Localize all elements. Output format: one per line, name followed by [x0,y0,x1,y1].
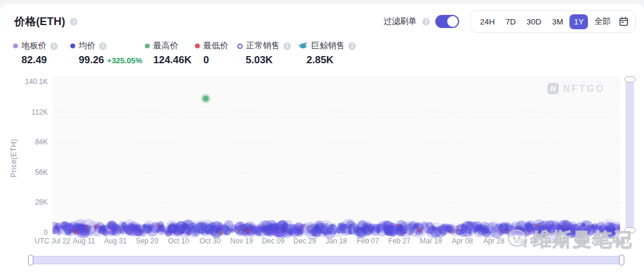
x-tick: Oct 10 [168,237,189,245]
vslider-bottom-handle[interactable] [624,227,636,233]
stat-label: 最低价 [203,41,228,51]
title-info-icon[interactable]: i [70,18,78,26]
legend-dot-icon [195,44,200,48]
chart-header: 价格(ETH) i 过滤刷单 i 24H7D30D3M1Y全部 [14,11,636,32]
legend-dot-icon [70,44,75,48]
vertical-range-slider[interactable] [626,79,634,231]
x-tick: Apr 08 [452,237,473,245]
y-tick: 0 [1,228,48,237]
stat-label: 最高价 [153,41,178,51]
toggle-knob [447,16,458,27]
x-tick: Oct 30 [200,237,221,245]
price-scatter-plot[interactable] [52,76,620,241]
stat-label: 正常销售 [246,41,280,51]
hslider-left-handle[interactable] [28,255,33,265]
legend-dot-icon [145,44,150,48]
legend-ring-icon [237,44,243,49]
stat-item-1: 均价i99.26+325.05% [70,41,142,66]
stat-value: 82.49 [21,54,47,66]
calendar-button[interactable] [617,16,630,27]
x-tick: Jul 17 [611,237,630,245]
stat-item-5: 巨鲸销售i2.85K [298,41,356,66]
stat-value: 124.46K [153,54,191,66]
y-tick: 140.1K [1,78,48,86]
y-tick: 56K [1,168,48,177]
page-title: 价格(ETH) [14,14,65,29]
filter-washtrade-toggle[interactable] [435,15,459,28]
stat-value: 0 [203,54,209,66]
stat-item-3: 最低价0 [195,41,228,66]
range-button-7D[interactable]: 7D [501,14,520,29]
x-tick: Dec 29 [293,237,316,245]
y-tick: 112K [1,108,48,116]
filter-washtrade-label: 过滤刷单 [383,16,417,27]
stat-delta: +325.05% [107,56,143,65]
stat-item-0: 地板价i82.49 [13,41,58,66]
stat-label: 巨鲸销售 [311,41,345,51]
range-button-3M[interactable]: 3M [548,14,568,29]
stat-info-icon[interactable]: i [283,42,291,50]
stat-item-4: 正常销售i5.03K [237,41,291,66]
x-tick: Jun 07 [546,237,568,245]
stat-value: 2.85K [306,54,333,66]
x-tick: Feb 07 [357,237,379,245]
filter-info-icon[interactable]: i [422,18,430,26]
stat-label: 地板价 [21,41,47,51]
range-button-24H[interactable]: 24H [476,14,499,29]
nftgo-logo-icon: N [547,83,559,94]
x-tick: Apr 28 [484,237,504,245]
range-button-1Y[interactable]: 1Y [569,14,588,29]
hslider-right-handle[interactable] [619,255,624,265]
x-tick: Jan 18 [326,237,347,245]
stats-row: 地板价i82.49均价i99.26+325.05%最高价124.46K最低价0正… [0,41,644,67]
x-tick: Dec 09 [262,237,284,245]
horizontal-range-slider[interactable] [30,256,623,264]
x-tick: Mar 19 [420,237,442,245]
x-tick: Sep 20 [136,237,159,245]
stat-info-icon[interactable]: i [348,42,356,50]
vslider-top-handle[interactable] [624,76,636,82]
whale-icon [298,41,308,51]
y-axis-title: Price(ETH) [10,128,18,188]
x-tick: UTC Jul 22 [35,237,70,245]
stat-item-2: 最高价124.46K [145,41,191,66]
range-button-30D[interactable]: 30D [522,14,546,29]
time-range-group: 24H7D30D3M1Y全部 [470,10,636,33]
x-tick: Aug 11 [73,237,95,245]
x-tick: Aug 31 [104,237,127,245]
range-button-全部[interactable]: 全部 [590,13,615,30]
y-tick: 84K [1,138,48,146]
x-tick: Feb 27 [388,237,410,245]
x-tick: Jun 27 [578,237,599,245]
nftgo-watermark: N NFTGO [547,83,605,94]
stat-value: 99.26 [79,54,104,66]
stat-info-icon[interactable]: i [99,42,107,50]
stat-value: 5.03K [246,54,273,66]
x-tick: May 18 [514,237,537,245]
x-tick: Nov 19 [230,237,253,245]
calendar-icon [619,17,628,26]
y-tick: 28K [1,198,48,206]
legend-dot-icon [13,44,18,48]
nftgo-watermark-text: NFTGO [563,84,605,94]
stat-info-icon[interactable]: i [50,42,58,50]
stat-label: 均价 [79,41,95,51]
